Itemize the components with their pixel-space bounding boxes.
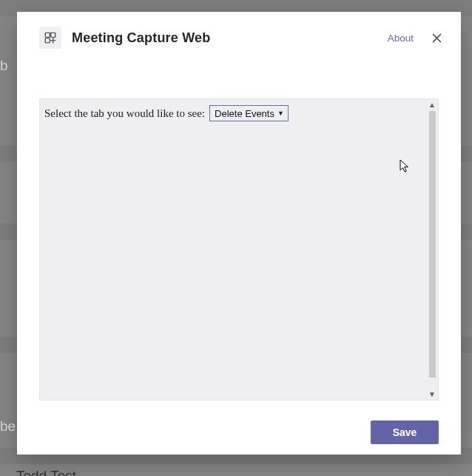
tab-select-prompt: Select the tab you would like to see: [44, 107, 205, 120]
background-partial-text: b [0, 58, 8, 74]
svg-rect-2 [45, 38, 50, 43]
app-icon [39, 27, 61, 49]
scrollbar-thumb[interactable] [429, 111, 436, 378]
dialog-title: Meeting Capture Web [72, 30, 210, 46]
close-icon [432, 33, 442, 43]
tab-config-dialog: Meeting Capture Web About Select the tab… [17, 12, 461, 455]
tab-config-content: Select the tab you would like to see: De… [39, 98, 439, 400]
svg-rect-1 [51, 33, 55, 37]
dialog-footer: Save [17, 410, 461, 455]
tab-select-value: Delete Events [215, 108, 274, 119]
tab-select-dropdown[interactable]: Delete Events [209, 105, 289, 121]
scroll-up-button[interactable]: ▲ [426, 99, 438, 110]
about-link[interactable]: About [388, 33, 414, 44]
scroll-down-button[interactable]: ▼ [426, 389, 438, 400]
svg-rect-0 [45, 33, 50, 37]
background-list-item: Todd Test [16, 468, 76, 476]
dialog-header: Meeting Capture Web About [17, 12, 461, 64]
background-partial-text: be [0, 418, 16, 435]
scrollbar-track[interactable]: ▲ ▼ [426, 99, 438, 400]
close-button[interactable] [430, 31, 443, 44]
save-button[interactable]: Save [371, 420, 439, 444]
app-background: Todd Test Meeting Capture Web About [0, 0, 472, 476]
